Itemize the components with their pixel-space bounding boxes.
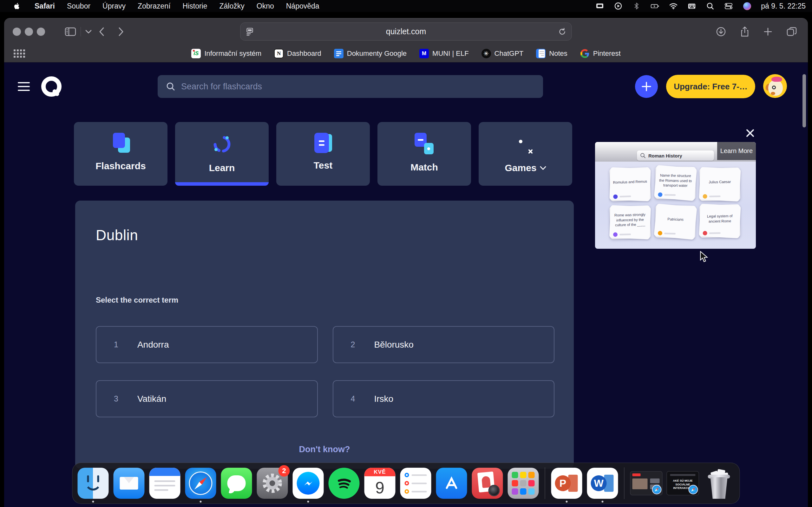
display-icon[interactable]: [595, 2, 604, 10]
menu-item-okno[interactable]: Okno: [251, 0, 280, 12]
create-button[interactable]: [635, 75, 658, 98]
promo-flashcard[interactable]: Name the structure the Romans used to tr…: [655, 166, 696, 200]
play-icon[interactable]: [614, 2, 623, 10]
apple-icon: [13, 2, 20, 10]
dock-word-icon[interactable]: W: [587, 468, 618, 499]
answer-options: 1 Andorra 2 Bělorusko 3 Vatikán 4 Irsko: [96, 326, 554, 417]
learn-more-button[interactable]: Learn More: [717, 142, 756, 160]
bookmark-chatgpt[interactable]: ✳ChatGPT: [481, 49, 524, 58]
dock-app-store-icon[interactable]: [436, 468, 467, 499]
dock-photo-booth-icon[interactable]: [472, 468, 503, 499]
promo-flashcard[interactable]: Romulus and Remus: [609, 167, 651, 201]
quizlet-logo[interactable]: [41, 76, 61, 97]
dock-powerpoint-icon[interactable]: P: [551, 468, 582, 499]
minimized-safari-window-2[interactable]: AKÉ SÚ MOJE SOCIÁLNE INTERAKCIE?: [667, 471, 699, 495]
back-button[interactable]: [99, 27, 104, 37]
dock-messenger-icon[interactable]: [293, 468, 324, 499]
dock-spotify-icon[interactable]: [328, 468, 360, 499]
dont-know-link[interactable]: Don't know?: [75, 445, 574, 454]
dock-trash-icon[interactable]: [704, 468, 734, 499]
answer-option-4[interactable]: 4 Irsko: [333, 380, 555, 417]
is-icon: iS: [191, 49, 201, 58]
favorites-grid-icon[interactable]: [14, 49, 25, 58]
share-button[interactable]: [740, 26, 750, 37]
dock-finder-icon[interactable]: [78, 468, 109, 499]
username-placeholder: [709, 232, 721, 234]
dock-calendar-icon[interactable]: KVĚ9: [364, 468, 396, 499]
battery-charging-icon[interactable]: [651, 2, 659, 10]
page-scrollbar[interactable]: [803, 74, 806, 127]
dock-reminders-icon[interactable]: [400, 468, 432, 499]
bookmark-label: Notes: [549, 49, 567, 58]
avatar: [613, 232, 618, 237]
downloads-button[interactable]: [716, 26, 726, 37]
promo-flashcard[interactable]: Legal system of ancient Rome: [699, 205, 740, 238]
dock-separator: [545, 467, 545, 499]
promo-close-icon[interactable]: [745, 128, 755, 138]
safari-toolbar: quizlet.com: [4, 18, 808, 45]
tab-match[interactable]: Match: [377, 122, 471, 186]
new-tab-button[interactable]: [763, 27, 772, 36]
control-center-icon[interactable]: [724, 2, 733, 10]
menu-bar-clock[interactable]: pá 9. 5. 22:25: [761, 2, 806, 10]
tab-learn[interactable]: Learn: [175, 122, 269, 186]
flashcard-search-bar[interactable]: [158, 75, 543, 98]
menu-item-napoveda[interactable]: Nápověda: [280, 0, 325, 12]
safari-window: quizlet.com iSInformační systém NDashboa…: [4, 18, 808, 507]
tab-test[interactable]: Test: [276, 122, 370, 186]
sidebar-chevron-button[interactable]: [85, 30, 92, 34]
dock-mail-icon[interactable]: [113, 468, 145, 499]
bluetooth-icon[interactable]: [632, 2, 641, 10]
games-icon: [516, 133, 535, 156]
user-avatar[interactable]: [763, 74, 787, 98]
minimize-window-button[interactable]: [25, 27, 33, 36]
option-label: Vatikán: [137, 394, 166, 404]
dock-notes-icon[interactable]: [149, 468, 181, 499]
answer-option-1[interactable]: 1 Andorra: [96, 326, 318, 363]
answer-option-2[interactable]: 2 Bělorusko: [333, 326, 555, 363]
upgrade-button[interactable]: Upgrade: Free 7-…: [666, 75, 755, 98]
tab-games[interactable]: Games: [478, 122, 572, 186]
menu-item-zobrazeni[interactable]: Zobrazení: [132, 0, 177, 12]
wifi-icon[interactable]: [669, 2, 678, 10]
menu-item-upravy[interactable]: Úpravy: [96, 0, 132, 12]
promo-flashcard[interactable]: Julius Caesar: [699, 168, 740, 201]
bookmark-informacni-system[interactable]: iSInformační systém: [191, 49, 261, 58]
dock-launchpad-icon[interactable]: [508, 468, 539, 499]
bookmark-dokumenty-google[interactable]: Dokumenty Google: [334, 49, 407, 58]
minimized-safari-window-1[interactable]: [630, 471, 662, 495]
bookmark-muni-elf[interactable]: MMUNI | ELF: [419, 49, 469, 58]
spotlight-search-icon[interactable]: [706, 2, 715, 10]
forward-button[interactable]: [118, 27, 124, 37]
promo-flashcard[interactable]: Rome was strongly influenced by the cult…: [610, 205, 651, 239]
dock-system-settings-icon[interactable]: 2: [257, 468, 288, 499]
close-window-button[interactable]: [13, 27, 21, 36]
address-bar[interactable]: quizlet.com: [241, 22, 572, 41]
page-format-icon[interactable]: [246, 27, 254, 36]
keyboard-input-icon[interactable]: [687, 2, 696, 10]
apple-menu[interactable]: [0, 0, 29, 12]
zoom-window-button[interactable]: [37, 27, 45, 36]
menu-item-historie[interactable]: Historie: [177, 0, 213, 12]
tab-overview-button[interactable]: [786, 26, 797, 37]
bookmark-pinterest[interactable]: Pinterest: [580, 49, 621, 58]
promo-popup[interactable]: Roman History Learn More Romulus and Rem…: [595, 142, 756, 249]
bookmark-dashboard[interactable]: NDashboard: [274, 49, 321, 58]
promo-search-bar[interactable]: Roman History: [637, 151, 714, 161]
menu-item-soubor[interactable]: Soubor: [61, 0, 96, 12]
dock-safari-icon[interactable]: [185, 468, 216, 499]
dock-messages-icon[interactable]: [221, 468, 252, 499]
bookmark-notes[interactable]: Notes: [536, 49, 567, 58]
answer-option-3[interactable]: 3 Vatikán: [96, 380, 318, 417]
menu-item-safari[interactable]: Safari: [29, 0, 61, 12]
search-input[interactable]: [181, 82, 490, 92]
siri-icon[interactable]: [743, 2, 751, 10]
menu-item-zalozky[interactable]: Záložky: [213, 0, 251, 12]
promo-flashcard[interactable]: Patricians: [655, 205, 696, 238]
hamburger-menu-icon[interactable]: [18, 82, 30, 91]
sidebar-toggle-button[interactable]: [65, 27, 76, 36]
url-text[interactable]: quizlet.com: [254, 27, 558, 36]
quizlet-header: Upgrade: Free 7-…: [4, 62, 808, 110]
reload-icon[interactable]: [558, 27, 566, 36]
tab-flashcards[interactable]: Flashcards: [74, 122, 167, 186]
